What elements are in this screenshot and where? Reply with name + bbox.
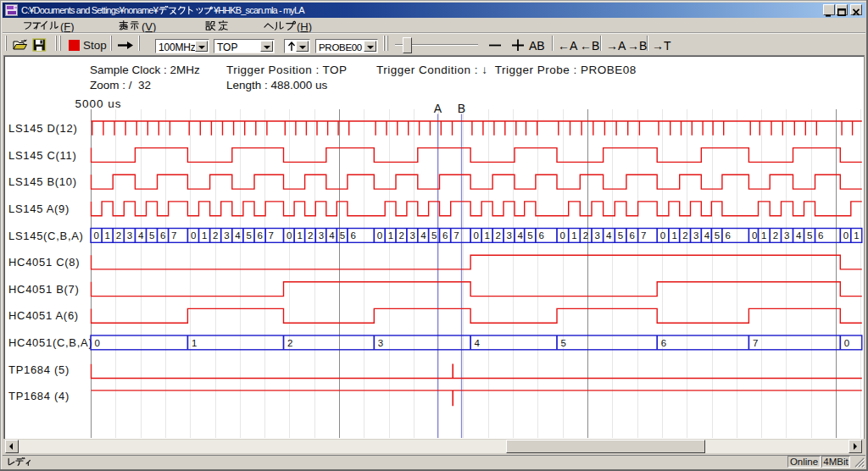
- svg-text:2: 2: [287, 338, 292, 348]
- svg-text:4: 4: [475, 338, 481, 348]
- svg-text:0: 0: [660, 230, 665, 241]
- svg-text:A: A: [434, 102, 442, 115]
- svg-text:1: 1: [192, 338, 197, 348]
- svg-text:3: 3: [409, 230, 415, 241]
- svg-text:0: 0: [844, 338, 849, 348]
- svg-text:2: 2: [213, 230, 218, 241]
- svg-text:7: 7: [641, 230, 646, 241]
- svg-text:0: 0: [843, 230, 849, 241]
- svg-text:6: 6: [818, 230, 823, 241]
- svg-text:4: 4: [235, 230, 241, 241]
- svg-text:5: 5: [561, 338, 566, 348]
- svg-text:HC4051 C(8): HC4051 C(8): [8, 256, 80, 269]
- svg-text:HC4051 B(7): HC4051 B(7): [8, 283, 80, 296]
- svg-text:7: 7: [171, 230, 176, 241]
- svg-text:LS145 A(9): LS145 A(9): [8, 202, 70, 215]
- svg-text:LS145 D(12): LS145 D(12): [8, 122, 77, 135]
- svg-text:3: 3: [595, 230, 600, 241]
- svg-text:1: 1: [388, 230, 393, 241]
- svg-text:5: 5: [431, 230, 437, 241]
- svg-text:3: 3: [507, 230, 512, 241]
- svg-text:5: 5: [807, 230, 812, 241]
- svg-text:3: 3: [127, 230, 132, 241]
- svg-text:B: B: [458, 102, 465, 115]
- svg-text:1: 1: [485, 230, 490, 241]
- svg-text:LS145 C(11): LS145 C(11): [8, 149, 76, 162]
- svg-text:4: 4: [518, 230, 524, 241]
- svg-text:1: 1: [671, 230, 676, 241]
- svg-text:0: 0: [377, 230, 382, 241]
- svg-text:2: 2: [308, 230, 313, 241]
- svg-text:0: 0: [752, 230, 757, 241]
- svg-text:6: 6: [160, 230, 165, 241]
- svg-text:3: 3: [693, 230, 698, 241]
- svg-text:7: 7: [453, 230, 459, 241]
- svg-text:3: 3: [319, 230, 324, 241]
- svg-text:LS145 B(10): LS145 B(10): [8, 175, 77, 188]
- svg-text:3: 3: [784, 230, 789, 241]
- svg-text:4: 4: [796, 230, 802, 241]
- svg-text:6: 6: [661, 338, 666, 348]
- svg-text:0: 0: [94, 230, 99, 241]
- svg-text:4: 4: [138, 230, 144, 241]
- svg-text:5: 5: [149, 230, 154, 241]
- svg-text:5: 5: [246, 230, 251, 241]
- svg-text:5: 5: [618, 230, 623, 241]
- svg-text:6: 6: [350, 230, 355, 241]
- svg-text:0: 0: [95, 338, 100, 348]
- svg-text:0: 0: [560, 230, 565, 241]
- svg-text:1: 1: [761, 230, 766, 241]
- svg-text:TP1684 (4): TP1684 (4): [8, 390, 70, 402]
- svg-text:2: 2: [682, 230, 687, 241]
- svg-text:4: 4: [606, 230, 612, 241]
- svg-text:6: 6: [258, 230, 263, 241]
- svg-text:7: 7: [269, 230, 274, 241]
- svg-text:5: 5: [527, 230, 532, 241]
- svg-text:0: 0: [191, 230, 196, 241]
- svg-text:1: 1: [854, 230, 859, 241]
- svg-text:LS145(C,B,A): LS145(C,B,A): [8, 230, 84, 242]
- svg-text:HC4051(C,B,A): HC4051(C,B,A): [8, 336, 92, 349]
- svg-text:2: 2: [583, 230, 588, 241]
- svg-text:1: 1: [571, 230, 576, 241]
- svg-text:3: 3: [378, 338, 383, 348]
- svg-text:4: 4: [704, 230, 710, 241]
- svg-text:6: 6: [442, 230, 448, 241]
- svg-text:6: 6: [538, 230, 543, 241]
- svg-text:1: 1: [298, 230, 303, 241]
- svg-text:6: 6: [629, 230, 634, 241]
- svg-text:2: 2: [773, 230, 778, 241]
- svg-text:5: 5: [715, 230, 720, 241]
- svg-text:4: 4: [420, 230, 426, 241]
- svg-text:1: 1: [105, 230, 110, 241]
- svg-text:5000 us: 5000 us: [75, 97, 121, 110]
- svg-text:1: 1: [202, 230, 207, 241]
- svg-text:5: 5: [340, 230, 345, 241]
- svg-text:4: 4: [329, 230, 335, 241]
- svg-text:0: 0: [474, 230, 479, 241]
- svg-text:2: 2: [116, 230, 121, 241]
- svg-text:2: 2: [399, 230, 404, 241]
- svg-text:6: 6: [725, 230, 730, 241]
- svg-text:7: 7: [753, 338, 758, 348]
- svg-text:HC4051 A(6): HC4051 A(6): [8, 309, 79, 322]
- svg-text:3: 3: [224, 230, 229, 241]
- svg-text:0: 0: [287, 230, 292, 241]
- svg-text:TP1684 (5): TP1684 (5): [8, 363, 70, 376]
- svg-text:2: 2: [496, 230, 501, 241]
